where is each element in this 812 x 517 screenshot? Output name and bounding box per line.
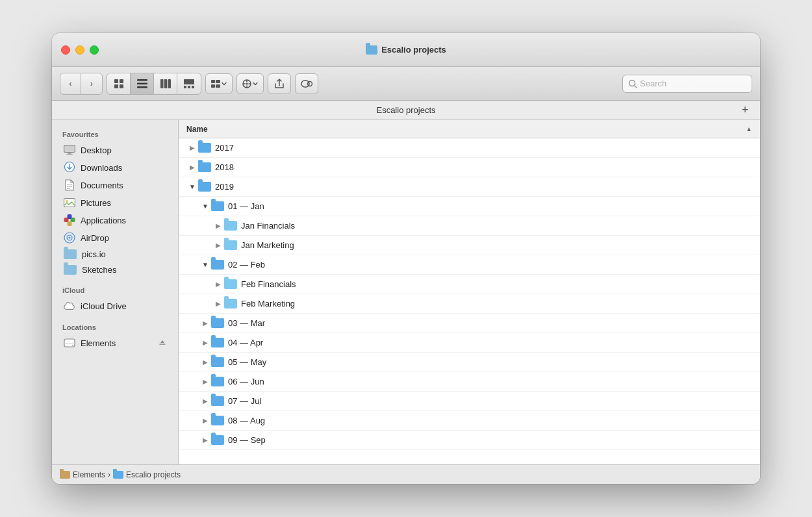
back-button[interactable]: ‹ (60, 73, 81, 94)
sidebar-item-elements[interactable]: Elements (56, 334, 174, 351)
tag-button[interactable] (295, 73, 318, 94)
tree-arrow[interactable]: ▶ (212, 240, 224, 251)
tree-row-2018[interactable]: ▶2018 (179, 158, 760, 177)
view-icon-button[interactable] (107, 73, 131, 94)
forward-button[interactable]: › (81, 73, 102, 94)
path-bar-title: Escalio projects (376, 105, 435, 115)
tree-arrow[interactable]: ▶ (212, 220, 224, 232)
svg-rect-11 (184, 86, 186, 88)
tree-arrow[interactable]: ▶ (186, 142, 198, 154)
tree-row-jan-marketing[interactable]: ▶Jan Marketing (179, 236, 760, 255)
tree-arrow[interactable]: ▶ (199, 318, 211, 329)
share-button[interactable] (268, 73, 291, 94)
tree-row-2017[interactable]: ▶2017 (179, 138, 760, 158)
tree-arrow[interactable]: ▶ (212, 279, 224, 290)
tree-row-jan-financials[interactable]: ▶Jan Financials (179, 216, 760, 236)
status-escalio-icon (113, 471, 123, 479)
svg-rect-27 (67, 184, 72, 185)
folder-icon (211, 435, 224, 445)
tree-arrow[interactable]: ▶ (212, 298, 224, 310)
tree-arrow[interactable]: ▶ (199, 396, 211, 407)
svg-rect-13 (192, 86, 194, 88)
tree-row-03-mar[interactable]: ▶03 — Mar (179, 314, 760, 333)
svg-rect-9 (168, 79, 171, 88)
icloud-label: iCloud (52, 283, 178, 297)
tree-row-label: 06 — Jun (228, 377, 752, 386)
folder-icon (224, 221, 237, 231)
folder-icon (211, 260, 224, 270)
tree-row-04-apr[interactable]: ▶04 — Apr (179, 333, 760, 353)
tree-arrow[interactable]: ▼ (199, 201, 211, 212)
tree-arrow[interactable]: ▶ (199, 357, 211, 368)
sidebar-item-picsio[interactable]: pics.io (56, 247, 174, 262)
tree-row-label: 09 — Sep (228, 435, 752, 445)
tree-row-05-may[interactable]: ▶05 — May (179, 353, 760, 372)
group-view-button[interactable] (205, 73, 233, 94)
tree-row-label: Jan Financials (241, 221, 752, 231)
window-title: Escalio projects (366, 45, 446, 55)
tree-row-08-aug[interactable]: ▶08 — Aug (179, 411, 760, 431)
add-button[interactable]: + (738, 103, 752, 118)
tree-row-label: 02 — Feb (228, 260, 752, 270)
minimize-button[interactable] (75, 45, 84, 55)
view-buttons (107, 73, 201, 95)
svg-rect-28 (67, 186, 72, 187)
tree-arrow[interactable]: ▼ (186, 181, 198, 193)
tree-row-label: 2019 (215, 182, 752, 192)
maximize-button[interactable] (90, 45, 99, 55)
eject-icon[interactable] (159, 339, 166, 347)
tree-arrow[interactable]: ▶ (199, 376, 211, 388)
svg-rect-14 (211, 80, 215, 83)
tree-row-label: Jan Marketing (241, 240, 752, 250)
close-button[interactable] (61, 45, 70, 55)
tree-row-06-jun[interactable]: ▶06 — Jun (179, 372, 760, 392)
column-header: Name ▲ (179, 120, 760, 138)
svg-rect-30 (64, 199, 75, 207)
status-location2: Escalio projects (126, 470, 181, 479)
tree-arrow[interactable]: ▶ (186, 162, 198, 173)
tree-row-02-feb[interactable]: ▼02 — Feb (179, 255, 760, 275)
sidebar-item-applications[interactable]: Applications (56, 212, 174, 229)
tree-row-label: 2018 (215, 162, 752, 172)
folder-icon (198, 143, 211, 153)
view-list-button[interactable] (131, 73, 154, 94)
tree-row-feb-financials[interactable]: ▶Feb Financials (179, 275, 760, 294)
pictures-icon (64, 197, 75, 208)
tree-row-2019[interactable]: ▼2019 (179, 177, 760, 197)
sidebar-item-downloads[interactable]: Downloads (56, 159, 174, 176)
tree-row-feb-marketing[interactable]: ▶Feb Marketing (179, 294, 760, 314)
search-box[interactable]: Search (622, 75, 752, 93)
sort-button[interactable]: ▲ (746, 125, 752, 132)
tree-arrow[interactable]: ▼ (199, 259, 211, 271)
sidebar-sketches-label: Sketches (82, 265, 116, 275)
traffic-lights (61, 45, 99, 55)
action-button[interactable] (236, 73, 264, 94)
status-bar: Elements › Escalio projects (52, 464, 760, 484)
sidebar-item-desktop[interactable]: Desktop (56, 142, 174, 158)
svg-rect-1 (120, 79, 123, 83)
tree-arrow[interactable]: ▶ (199, 337, 211, 349)
tree-row-01-jan[interactable]: ▼01 — Jan (179, 197, 760, 216)
tree-arrow[interactable]: ▶ (199, 415, 211, 427)
sidebar-item-icloud[interactable]: iCloud Drive (56, 297, 174, 314)
file-tree: ▶2017▶2018▼2019▼01 — Jan▶Jan Financials▶… (179, 138, 760, 450)
svg-rect-3 (120, 84, 123, 88)
svg-point-19 (246, 82, 248, 84)
sidebar-item-pictures[interactable]: Pictures (56, 194, 174, 211)
folder-icon (211, 318, 224, 328)
svg-rect-16 (211, 84, 215, 88)
sidebar-item-airdrop[interactable]: AirDrop (56, 229, 174, 246)
view-columns-button[interactable] (154, 73, 177, 94)
sidebar-item-documents[interactable]: Documents (56, 177, 174, 194)
svg-rect-15 (216, 80, 220, 83)
finder-window: Escalio projects ‹ › (52, 33, 760, 484)
svg-rect-35 (68, 221, 72, 226)
tree-row-label: 01 — Jan (228, 201, 752, 211)
tree-arrow[interactable]: ▶ (199, 435, 211, 446)
view-gallery-button[interactable] (177, 73, 201, 94)
name-column-header: Name (186, 125, 746, 134)
sidebar-item-sketches[interactable]: Sketches (56, 262, 174, 277)
tree-row-09-sep[interactable]: ▶09 — Sep (179, 431, 760, 450)
tree-row-07-jul[interactable]: ▶07 — Jul (179, 392, 760, 411)
sketches-folder-icon (64, 265, 77, 275)
